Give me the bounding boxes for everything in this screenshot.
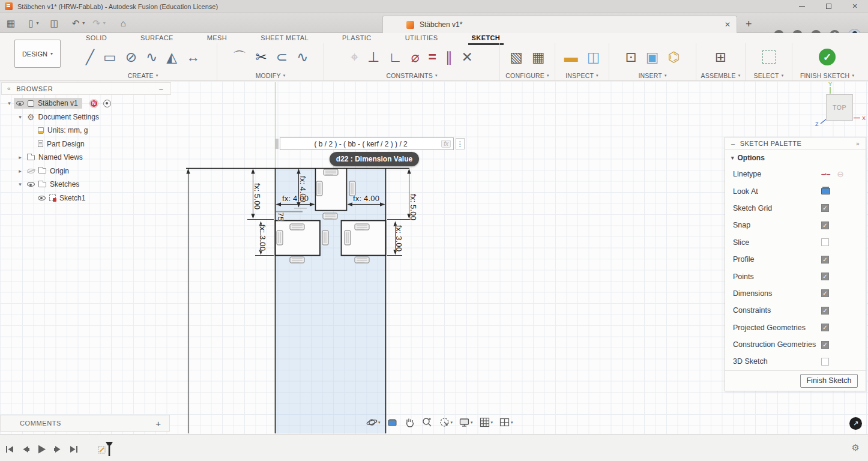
dimension-expression-input[interactable]: ( b / 2 ) - ( bb - ( kerf / 2 ) ) / 2 fx: [280, 137, 454, 150]
palette-header[interactable]: – SKETCH PALETTE »: [725, 137, 866, 150]
skip-start-icon[interactable]: [5, 444, 15, 454]
group-label-finish-sketch[interactable]: FINISH SKETCH▾: [792, 71, 862, 80]
file-dropdown-icon[interactable]: ▾: [36, 20, 38, 26]
step-back-icon[interactable]: [20, 444, 31, 454]
checkbox-construction-geometries[interactable]: ✓: [821, 341, 829, 349]
palette-expand-icon[interactable]: »: [856, 140, 860, 147]
sketch-dimension-label[interactable]: fx: 5.00: [409, 194, 418, 220]
browser-header[interactable]: « BROWSER –: [1, 82, 171, 95]
insert-derive-icon[interactable]: ⊡: [625, 50, 636, 64]
activate-component-icon[interactable]: [103, 100, 111, 107]
browser-item-sketch1[interactable]: Sketch1: [1, 191, 171, 205]
look-at-button-icon[interactable]: [821, 188, 830, 194]
orbit-dropdown-icon[interactable]: ▾: [378, 420, 381, 425]
ribbon-tab-plastic[interactable]: PLASTIC: [325, 33, 388, 43]
skip-end-icon[interactable]: [68, 444, 79, 454]
orbit-icon[interactable]: ▾: [365, 415, 382, 429]
sketch-dimension-label[interactable]: fx: 4.00: [282, 194, 309, 203]
sketch-dimension-label[interactable]: fx: 3.00: [394, 225, 403, 252]
browser-item-sketches[interactable]: ▾Sketches: [1, 178, 171, 191]
palette-minimize-icon[interactable]: –: [731, 140, 735, 147]
sketch-dimension-label[interactable]: fx: 5.00: [253, 183, 262, 209]
view-cube[interactable]: TOP: [826, 94, 853, 121]
sketch-dimension-icon[interactable]: ↔: [186, 50, 200, 64]
tree-caret-icon[interactable]: ▸: [16, 168, 25, 174]
display-dropdown-icon[interactable]: ▾: [471, 420, 473, 425]
checkbox-profile[interactable]: ✓: [821, 256, 829, 264]
spline-icon[interactable]: ∿: [146, 50, 157, 64]
step-forward-icon[interactable]: [53, 444, 63, 454]
group-label-modify[interactable]: MODIFY▾: [217, 71, 324, 80]
rectangle-icon[interactable]: ▭: [103, 50, 116, 64]
timeline-position-marker[interactable]: [97, 441, 118, 457]
browser-item-origin[interactable]: ▸Origin: [1, 164, 171, 178]
redo-icon[interactable]: ↷: [91, 17, 102, 29]
browser-item-named-views[interactable]: ▸Named Views: [1, 151, 171, 164]
ribbon-tab-solid[interactable]: SOLID: [69, 33, 124, 43]
ribbon-tab-surface[interactable]: SURFACE: [124, 33, 190, 43]
select-box-icon[interactable]: [762, 50, 776, 64]
workspace-selector[interactable]: DESIGN ▾: [14, 40, 61, 68]
grid-snap-icon[interactable]: ▾: [478, 415, 495, 429]
group-label-select[interactable]: SELECT▾: [746, 71, 792, 80]
browser-collapse-icon[interactable]: «: [7, 85, 11, 92]
configuration-table-icon[interactable]: ▦: [532, 50, 545, 64]
undo-icon[interactable]: ↶: [70, 17, 82, 29]
section-analysis-icon[interactable]: ◫: [587, 50, 600, 64]
fix-unfix-icon[interactable]: ⊥: [367, 50, 379, 64]
checkbox-sketch-grid[interactable]: ✓: [821, 204, 829, 212]
equal-icon[interactable]: =: [429, 50, 436, 64]
group-label-insert[interactable]: INSERT▾: [609, 71, 696, 80]
browser-item-units-mm-g[interactable]: Units: mm, g: [1, 124, 171, 137]
checkbox-snap[interactable]: ✓: [821, 221, 829, 229]
tree-caret-icon[interactable]: ▾: [5, 100, 14, 106]
tree-caret-icon[interactable]: ▸: [16, 154, 25, 160]
browser-item-document-settings[interactable]: ▾⚙Document Settings: [1, 110, 171, 124]
feedback-icon[interactable]: ↗: [849, 417, 862, 430]
tree-caret-icon[interactable]: ▾: [16, 114, 25, 120]
display-settings-icon[interactable]: ▾: [457, 415, 474, 429]
group-label-inspect[interactable]: INSPECT▾: [555, 71, 609, 80]
file-icon[interactable]: ▯: [26, 17, 35, 29]
fit-dropdown-icon[interactable]: ▾: [451, 420, 453, 425]
document-tab[interactable]: Stäbchen v1* ✕: [382, 16, 737, 33]
intersect-icon[interactable]: ✕: [462, 50, 473, 64]
sketch-dimension-label[interactable]: 75: [276, 212, 285, 221]
comments-bar[interactable]: COMMENTS +: [0, 415, 170, 432]
construction-toggle-icon[interactable]: ⊖: [837, 169, 844, 179]
mirror-icon[interactable]: ◭: [166, 50, 177, 64]
group-label-create[interactable]: CREATE▾: [69, 71, 217, 80]
parallel-icon[interactable]: ∥: [445, 50, 453, 64]
expression-scroll-nub[interactable]: [276, 139, 279, 149]
browser-item-st-bchen-v1[interactable]: ▾Stäbchen v1N: [1, 97, 171, 110]
checkbox-points[interactable]: ✓: [821, 273, 829, 280]
viewports-dropdown-icon[interactable]: ▾: [511, 420, 513, 425]
horizontal-vertical-icon[interactable]: ∟: [388, 50, 402, 64]
checkbox-projected-geometries[interactable]: ✓: [821, 324, 829, 331]
browser-item-part-design[interactable]: Part Design: [1, 137, 171, 151]
insert-mesh-icon[interactable]: ⌬: [668, 50, 680, 64]
line-icon[interactable]: ╱: [86, 50, 94, 64]
add-comment-button[interactable]: +: [155, 418, 161, 429]
redo-dropdown-icon[interactable]: ▾: [103, 20, 106, 26]
finish-sketch-button[interactable]: Finish Sketch: [800, 374, 858, 388]
checkbox-3d-sketch[interactable]: [821, 358, 829, 366]
browser-minimize-icon[interactable]: –: [159, 85, 163, 92]
new-tab-button[interactable]: +: [746, 18, 752, 31]
tab-close-icon[interactable]: ✕: [725, 20, 731, 29]
new-component-icon[interactable]: ⊞: [715, 50, 726, 64]
undo-dropdown-icon[interactable]: ▾: [82, 20, 85, 26]
ribbon-tab-sketch[interactable]: SKETCH: [455, 33, 517, 43]
zoom-icon[interactable]: [420, 415, 434, 429]
group-label-constraints[interactable]: CONSTRAINTS▾: [324, 71, 499, 80]
centerline-toggle-icon[interactable]: –·–: [821, 170, 830, 178]
checkbox-dimensions[interactable]: ✓: [821, 289, 829, 297]
home-icon[interactable]: ⌂: [119, 17, 128, 29]
sketch-dimension-label[interactable]: fx: 4.00: [353, 194, 379, 203]
ribbon-tab-utilities[interactable]: UTILITIES: [388, 33, 455, 43]
minimize-button[interactable]: [789, 0, 815, 13]
circle-icon[interactable]: ⊘: [125, 50, 137, 64]
configure-icon[interactable]: ▧: [510, 50, 523, 64]
save-icon[interactable]: ◫: [48, 17, 60, 29]
fit-icon[interactable]: ▾: [438, 415, 454, 429]
